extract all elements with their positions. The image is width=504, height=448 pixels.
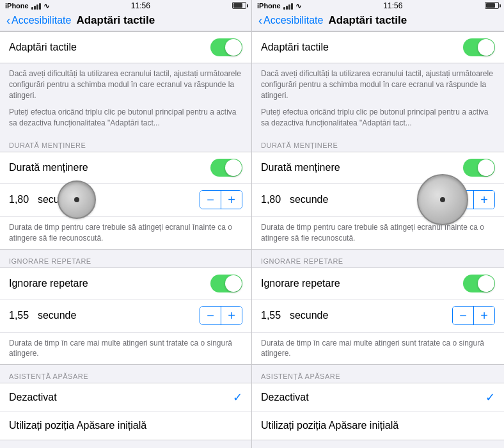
toggle-row-label: Durată menținere	[261, 162, 340, 173]
toggle-row-label: Durată menținere	[9, 162, 88, 173]
stepper[interactable]: − +	[200, 306, 242, 325]
section-header-0: DURATĂ MENȚINERE	[0, 134, 251, 152]
main-toggle-row: Adaptări tactile	[0, 32, 251, 63]
main-toggle-section: Adaptări tactile	[0, 31, 251, 63]
dial-right[interactable]	[417, 174, 468, 225]
main-toggle-section: Adaptări tactile	[252, 31, 504, 63]
status-time: 11:56	[383, 1, 402, 10]
value-stepper-row-1-1: 1,55 secunde − +	[252, 300, 504, 333]
stepper-minus-button[interactable]: −	[200, 307, 221, 324]
toggle-knob	[225, 159, 242, 176]
nav-bar: ‹ Accesibilitate Adaptări tactile	[252, 12, 504, 31]
description-1: Dacă aveți dificultăți la utilizarea ecr…	[252, 63, 504, 106]
value-stepper-row-0-1: 1,80 secunde − +	[0, 184, 251, 217]
main-toggle-row: Adaptări tactile	[252, 32, 504, 63]
back-button[interactable]: ‹ Accesibilitate	[6, 15, 71, 26]
value-number: 1,55	[261, 310, 284, 321]
checkmark-row[interactable]: Dezactivat ✓	[252, 383, 504, 412]
toggle-row-label: Ignorare repetare	[261, 278, 340, 289]
main-toggle[interactable]	[463, 38, 495, 56]
section-2: Dezactivat ✓ Utilizați poziția Apăsare i…	[252, 383, 504, 440]
main-toggle-label: Adaptări tactile	[9, 42, 77, 53]
back-button[interactable]: ‹ Accesibilitate	[258, 15, 323, 26]
wifi-icon: ∿	[295, 2, 301, 10]
dial-dot	[74, 197, 79, 202]
nav-title: Adaptări tactile	[76, 14, 155, 27]
back-chevron-icon: ‹	[258, 15, 262, 26]
value-number: 1,80	[261, 194, 284, 205]
stepper-minus-button[interactable]: −	[200, 191, 221, 209]
section-2: Dezactivat ✓ Utilizați poziția Apăsare i…	[0, 383, 251, 440]
battery-icon	[232, 0, 246, 12]
section-0: Durată menținere 1,80 secunde − +	[252, 152, 504, 250]
section-description-0-2: Durata de timp pentru care trebuie să at…	[0, 217, 251, 249]
status-right	[485, 0, 499, 12]
checkmark-row[interactable]: Dezactivat ✓	[0, 383, 251, 412]
value-number: 1,55	[9, 310, 32, 321]
status-time: 11:56	[131, 1, 150, 10]
toggle-row-1-0: Ignorare repetare	[0, 268, 251, 300]
plain-row[interactable]: Utilizați poziția Apăsare inițială	[252, 412, 504, 440]
signal-icon	[31, 3, 41, 10]
back-chevron-icon: ‹	[6, 15, 10, 26]
panel-right: iPhone ∿ 11:56 ‹ Accesibilitate	[252, 0, 504, 448]
section-toggle[interactable]	[210, 275, 242, 292]
stepper-minus-button[interactable]: −	[453, 307, 473, 324]
description-2: Puteți efectua oricând triplu clic pe bu…	[252, 106, 504, 134]
checkmark-icon: ✓	[233, 390, 242, 404]
wifi-icon: ∿	[43, 2, 49, 10]
section-header-1: IGNORARE REPETARE	[252, 250, 504, 268]
stepper[interactable]: − +	[452, 306, 495, 325]
section-description-1-2: Durata de timp în care mai multe atinger…	[252, 333, 504, 365]
section-header-2: ASISTENȚĂ APĂSARE	[252, 365, 504, 383]
toggle-knob	[225, 39, 242, 56]
checkmark-label: Dezactivat	[261, 392, 309, 403]
dial-dot	[440, 197, 445, 202]
section-header-2: ASISTENȚĂ APĂSARE	[0, 365, 251, 383]
section-toggle[interactable]	[210, 159, 242, 177]
section-header-0: DURATĂ MENȚINERE	[252, 134, 504, 152]
dial-left[interactable]	[58, 180, 96, 219]
status-right	[232, 0, 246, 12]
carrier-label: iPhone	[257, 2, 281, 10]
value-unit: secunde	[284, 310, 452, 321]
checkmark-label: Dezactivat	[9, 392, 57, 403]
description-2: Puteți efectua oricând triplu clic pe bu…	[0, 106, 251, 134]
section-1: Ignorare repetare 1,55 secunde − +	[252, 268, 504, 365]
main-toggle-label: Adaptări tactile	[261, 42, 329, 53]
toggle-knob	[225, 275, 242, 292]
toggle-row-0-0: Durată menținere	[0, 152, 251, 184]
panel-left: iPhone ∿ 11:56 ‹ Accesibilitate	[0, 0, 252, 448]
stepper-plus-button[interactable]: +	[221, 191, 242, 209]
value-stepper-row-0-1: 1,80 secunde − +	[252, 184, 504, 217]
stepper-plus-button[interactable]: +	[221, 307, 242, 324]
stepper-plus-button[interactable]: +	[474, 307, 494, 324]
value-unit: secunde	[32, 310, 200, 321]
stepper-plus-button[interactable]: +	[474, 191, 494, 209]
section-header-1: IGNORARE REPETARE	[0, 250, 251, 268]
checkmark-icon: ✓	[485, 390, 495, 404]
section-0: Durată menținere 1,80 secunde − +	[0, 152, 251, 250]
main-toggle[interactable]	[210, 38, 242, 56]
plain-row-label: Utilizați poziția Apăsare inițială	[261, 420, 398, 431]
plain-row-label: Utilizați poziția Apăsare inițială	[9, 420, 146, 431]
section-description-1-2: Durata de timp în care mai multe atinger…	[0, 333, 251, 365]
stepper[interactable]: − +	[200, 190, 242, 209]
battery-icon	[485, 0, 499, 12]
status-bar: iPhone ∿ 11:56	[252, 0, 504, 12]
plain-row[interactable]: Utilizați poziția Apăsare inițială	[0, 412, 251, 440]
signal-icon	[283, 3, 293, 10]
section-1: Ignorare repetare 1,55 secunde − +	[0, 268, 251, 365]
toggle-knob	[478, 159, 494, 176]
nav-bar: ‹ Accesibilitate Adaptări tactile	[0, 12, 251, 31]
value-stepper-row-1-1: 1,55 secunde − +	[0, 300, 251, 333]
toggle-row-label: Ignorare repetare	[9, 278, 88, 289]
section-toggle[interactable]	[463, 275, 495, 292]
status-left: iPhone ∿	[257, 2, 301, 10]
toggle-row-1-0: Ignorare repetare	[252, 268, 504, 300]
description-1: Dacă aveți dificultăți la utilizarea ecr…	[0, 63, 251, 106]
back-label: Accesibilitate	[12, 15, 71, 26]
toggle-knob	[478, 39, 494, 56]
back-label: Accesibilitate	[264, 15, 323, 26]
nav-title: Adaptări tactile	[328, 14, 407, 27]
